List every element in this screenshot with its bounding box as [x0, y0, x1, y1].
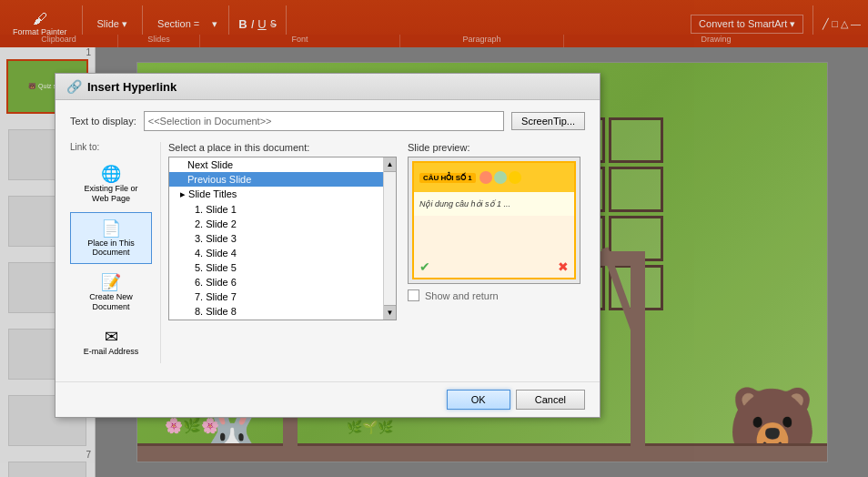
tree-item-slide-2[interactable]: 2. Slide 2 [169, 217, 396, 231]
insert-hyperlink-dialog: 🔗 Insert Hyperlink Text to display: Scre… [55, 73, 601, 418]
dialog-overlay: 🔗 Insert Hyperlink Text to display: Scre… [0, 0, 868, 477]
place-section-label: Select a place in this document: [168, 142, 397, 153]
dialog-title-bar: 🔗 Insert Hyperlink [56, 74, 600, 100]
link-to-label: Link to: [70, 142, 153, 152]
animal-2 [494, 171, 507, 184]
link-option-place[interactable]: 📄 Place in ThisDocument [70, 212, 152, 265]
place-selection-area: Select a place in this document: Next Sl… [168, 142, 397, 363]
mini-slide-footer: ✔ ✖ [419, 259, 569, 274]
tree-item-slide-titles[interactable]: ▸ Slide Titles [169, 187, 396, 202]
tree-scrollbar[interactable]: ▲ ▼ [383, 157, 396, 320]
link-option-new-doc[interactable]: 📝 Create NewDocument [70, 266, 152, 319]
tree-item-slide-1[interactable]: 1. Slide 1 [169, 202, 396, 217]
tree-list[interactable]: Next Slide Previous Slide ▸ Slide Titles [168, 157, 397, 320]
x-mark: ✖ [558, 259, 569, 274]
place-doc-label: Place in ThisDocument [87, 238, 134, 259]
email-label: E-mail Address [84, 347, 139, 357]
link-option-existing[interactable]: 🌐 Existing File orWeb Page [70, 157, 152, 210]
tree-item-slide-4[interactable]: 4. Slide 4 [169, 246, 396, 260]
text-display-label: Text to display: [70, 116, 136, 127]
dialog-main-area: Link to: 🌐 Existing File orWeb Page 📄 Pl… [70, 142, 585, 363]
mini-slide-body: Nội dung câu hỏi số 1 ... [414, 192, 574, 216]
link-option-email[interactable]: ✉ E-mail Address [70, 320, 152, 363]
existing-file-label: Existing File orWeb Page [84, 184, 137, 204]
preview-box: CÂU HỎI SỐ 1 Nội dung câu hỏi số 1 ... [408, 157, 580, 284]
show-return-row: Show and return [408, 289, 585, 301]
show-return-checkbox[interactable] [408, 289, 419, 301]
scroll-down-arrow[interactable]: ▼ [384, 305, 396, 320]
mini-slide-header: CÂU HỎI SỐ 1 [414, 163, 574, 192]
place-doc-icon: 📄 [101, 218, 121, 238]
new-doc-icon: 📝 [101, 272, 121, 292]
check-mark: ✔ [419, 259, 430, 274]
email-icon: ✉ [105, 327, 118, 347]
dialog-body: Text to display: ScreenTip... Link to: 🌐… [56, 100, 600, 374]
screentip-button[interactable]: ScreenTip... [511, 112, 585, 130]
tree-item-slide-8[interactable]: 8. Slide 8 [169, 304, 396, 319]
new-doc-label: Create NewDocument [89, 292, 133, 312]
ok-button[interactable]: OK [447, 390, 510, 410]
mini-animals [479, 171, 521, 184]
preview-label: Slide preview: [408, 142, 585, 153]
tree-item-slide-6[interactable]: 6. Slide 6 [169, 275, 396, 289]
tree-item-previous-slide[interactable]: Previous Slide [169, 172, 396, 187]
text-display-row: Text to display: ScreenTip... [70, 111, 585, 131]
mini-slide: CÂU HỎI SỐ 1 Nội dung câu hỏi số 1 ... [412, 161, 576, 279]
dialog-title-text: Insert Hyperlink [87, 80, 177, 94]
tree-item-slide-7[interactable]: 7. Slide 7 [169, 289, 396, 304]
mini-slide-title: CÂU HỎI SỐ 1 [419, 173, 476, 183]
existing-file-icon: 🌐 [101, 164, 121, 184]
dialog-footer: OK Cancel [56, 381, 600, 417]
cancel-button[interactable]: Cancel [516, 390, 585, 410]
text-display-input[interactable] [144, 111, 504, 131]
slide-preview-area: Slide preview: CÂU HỎI SỐ 1 [408, 142, 585, 363]
tree-item-slide-5[interactable]: 5. Slide 5 [169, 260, 396, 275]
scroll-up-arrow[interactable]: ▲ [384, 157, 396, 172]
tree-item-slide-3[interactable]: 3. Slide 3 [169, 231, 396, 246]
link-to-sidebar: Link to: 🌐 Existing File orWeb Page 📄 Pl… [70, 142, 161, 363]
tree-item-next-slide[interactable]: Next Slide [169, 157, 396, 172]
show-return-label: Show and return [425, 290, 499, 301]
animal-1 [479, 171, 492, 184]
dialog-icon: 🔗 [66, 79, 82, 94]
animal-3 [509, 171, 521, 184]
